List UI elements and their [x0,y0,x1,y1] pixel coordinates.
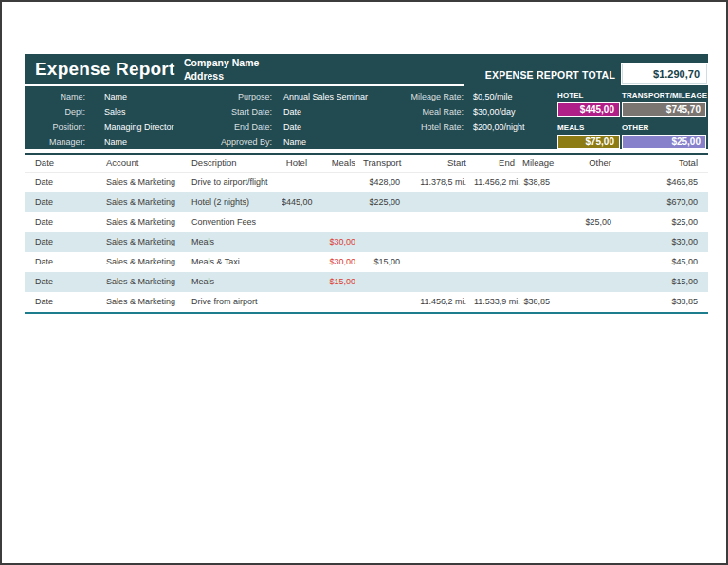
cell-other[interactable] [557,192,619,212]
dept-label: Dept: [25,104,85,119]
cell-description[interactable]: Hotel (2 nights) [182,192,282,212]
cell-account[interactable]: Sales & Marketing [97,192,182,212]
cell-transport[interactable] [363,212,408,232]
cell-date[interactable]: Date [25,232,97,252]
cell-end[interactable]: 11.456,2 mi. [474,173,522,192]
info-column-rates: Mileage Rate:$0,50/mile Meal Rate:$30,00… [347,89,525,135]
cell-mileage[interactable] [522,272,557,292]
cell-end[interactable]: 11.533,9 mi. [474,292,522,312]
cell-description[interactable]: Convention Fees [182,212,282,232]
expense-table: DateAccountDescriptionHotelMealsTranspor… [25,153,708,314]
cell-mileage[interactable] [522,252,557,272]
cell-start[interactable] [408,232,474,252]
cell-description[interactable]: Meals & Taxi [182,252,282,272]
cell-total[interactable]: $670,00 [619,192,708,212]
cell-account[interactable]: Sales & Marketing [97,272,182,292]
cell-date[interactable]: Date [25,173,97,192]
cell-hotel[interactable] [282,232,315,252]
manager-field[interactable]: Name [104,137,127,147]
table-row: DateSales & MarketingMeals & Taxi$30,00$… [25,252,708,272]
column-header-end: End [474,155,522,172]
cell-account[interactable]: Sales & Marketing [97,292,182,312]
cell-transport[interactable]: $15,00 [363,252,408,272]
cell-other[interactable] [557,232,619,252]
cell-hotel[interactable] [282,173,315,192]
cell-transport[interactable]: $428,00 [363,173,408,192]
company-address[interactable]: Address [184,69,259,82]
cell-transport[interactable] [363,292,408,312]
approved-by-field[interactable]: Name [283,137,306,147]
cell-start[interactable] [408,252,474,272]
cell-description[interactable]: Meals [182,272,282,292]
name-field[interactable]: Name [104,92,127,101]
cell-hotel[interactable] [282,292,315,312]
cell-account[interactable]: Sales & Marketing [97,212,182,232]
cell-other[interactable] [557,252,619,272]
cell-transport[interactable] [363,232,408,252]
hotel-rate-field[interactable]: $200,00/night [473,122,525,132]
start-date-field[interactable]: Date [283,107,301,117]
cell-start[interactable]: 11.378,5 mi. [408,173,474,192]
cell-meals[interactable] [315,173,363,192]
cell-mileage[interactable]: $38,85 [522,292,557,312]
dept-field[interactable]: Sales [104,107,126,117]
cell-transport[interactable]: $225,00 [363,192,408,212]
cell-mileage[interactable] [522,212,557,232]
cell-transport[interactable] [363,272,408,292]
cell-hotel[interactable] [282,272,315,292]
position-field[interactable]: Managing Director [104,122,174,132]
cell-date[interactable]: Date [25,272,97,292]
cell-end[interactable] [474,192,522,212]
column-header-start: Start [408,155,474,172]
cell-total[interactable]: $466,85 [619,173,708,192]
cell-end[interactable] [474,212,522,232]
cell-total[interactable]: $15,00 [619,272,708,292]
cell-mileage[interactable] [522,232,557,252]
cell-date[interactable]: Date [25,292,97,312]
cell-end[interactable] [474,272,522,292]
other-total: OTHER $25,00 [622,123,706,149]
end-date-field[interactable]: Date [283,122,301,132]
cell-total[interactable]: $30,00 [619,232,708,252]
cell-meals[interactable] [315,292,363,312]
cell-meals[interactable]: $30,00 [315,252,363,272]
cell-hotel[interactable] [282,252,315,272]
meal-rate-field[interactable]: $30,00/day [473,107,516,117]
cell-total[interactable]: $45,00 [619,252,708,272]
cell-date[interactable]: Date [25,192,97,212]
cell-date[interactable]: Date [25,252,97,272]
cell-account[interactable]: Sales & Marketing [97,232,182,252]
cell-other[interactable] [557,292,619,312]
cell-total[interactable]: $38,85 [619,292,708,312]
cell-description[interactable]: Meals [182,232,282,252]
cell-hotel[interactable] [282,212,315,232]
cell-date[interactable]: Date [25,212,97,232]
transport-mileage-total: TRANSPORT/MILEAGE $745,70 [622,91,706,117]
cell-start[interactable] [408,192,474,212]
purpose-label: Purpose: [167,89,272,104]
cell-other[interactable] [557,173,619,192]
cell-other[interactable]: $25,00 [557,212,619,232]
company-name[interactable]: Company Name [184,56,259,69]
cell-meals[interactable]: $15,00 [315,272,363,292]
cell-description[interactable]: Drive from airport [182,292,282,312]
cell-start[interactable] [408,272,474,292]
cell-end[interactable] [474,252,522,272]
cell-total[interactable]: $25,00 [619,212,708,232]
cell-start[interactable] [408,212,474,232]
other-total-label: OTHER [622,123,706,132]
cell-meals[interactable]: $30,00 [315,232,363,252]
cell-account[interactable]: Sales & Marketing [97,173,182,192]
cell-description[interactable]: Drive to airport/flight [182,173,282,192]
table-row: DateSales & MarketingDrive from airport1… [25,292,708,312]
cell-start[interactable]: 11.456,2 mi. [408,292,474,312]
cell-other[interactable] [557,272,619,292]
cell-mileage[interactable]: $38,85 [522,173,557,192]
cell-end[interactable] [474,232,522,252]
mileage-rate-field[interactable]: $0,50/mile [473,92,513,101]
cell-meals[interactable] [315,192,363,212]
cell-mileage[interactable] [522,192,557,212]
cell-hotel[interactable]: $445,00 [282,192,315,212]
cell-account[interactable]: Sales & Marketing [97,252,182,272]
cell-meals[interactable] [315,212,363,232]
